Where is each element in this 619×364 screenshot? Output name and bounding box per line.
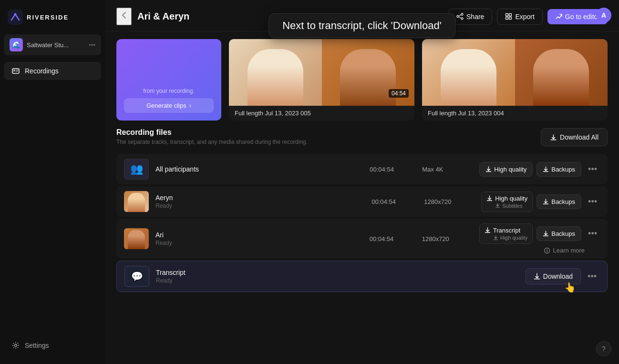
- share-label: Share: [466, 13, 484, 20]
- svg-rect-12: [506, 14, 508, 16]
- help-button[interactable]: ?: [596, 341, 611, 356]
- more-actions-aeryn[interactable]: •••: [585, 195, 600, 209]
- file-row-transcript: 💬 Transcript Ready Download 👆: [116, 261, 608, 292]
- svg-point-1: [14, 13, 17, 16]
- svg-point-6: [15, 344, 17, 347]
- svg-rect-0: [8, 10, 23, 25]
- sidebar: RIVERSIDE 🌊 Saltwater Stu... ••• Recordi…: [0, 0, 105, 364]
- file-name-aeryn: Aeryn: [155, 194, 371, 202]
- more-actions-all[interactable]: •••: [585, 162, 600, 176]
- file-name-all-participants: All participants: [155, 165, 370, 173]
- transcript-bubble-icon: 💬: [131, 271, 143, 282]
- download-label-transcript: Download: [543, 273, 573, 280]
- svg-rect-13: [509, 14, 512, 16]
- download-all-icon: [550, 134, 557, 141]
- file-info-ari: Ari Ready: [155, 231, 370, 246]
- high-quality-label-aeryn: High quality: [495, 195, 527, 202]
- generate-label: from your recording.: [143, 88, 194, 94]
- export-button[interactable]: Export: [497, 9, 542, 25]
- duration-aeryn: 00:04:54: [371, 198, 405, 205]
- svg-point-7: [461, 13, 463, 15]
- file-status-transcript: Ready: [156, 277, 526, 284]
- thumbnail-label-005: Full length Jul 13, 2023 005: [229, 106, 414, 121]
- workspace-avatar: 🌊: [10, 38, 23, 51]
- download-icon-aeryn: [486, 195, 493, 202]
- resolution-ari: 1280x720: [422, 235, 460, 243]
- logo: RIVERSIDE: [0, 6, 105, 32]
- workspace-name: Saltwater Stu...: [27, 41, 85, 49]
- settings-label: Settings: [25, 342, 49, 349]
- subtitles-label-aeryn: Subtitles: [502, 203, 522, 209]
- backups-button-ari[interactable]: Backups: [536, 226, 581, 241]
- high-quality-button-all[interactable]: High quality: [479, 162, 533, 177]
- user-avatar: A: [596, 8, 611, 23]
- backups-label-ari: Backups: [551, 230, 575, 237]
- generate-clips-card[interactable]: from your recording. Generate clips ›: [116, 39, 221, 121]
- thumb-aeryn: [124, 191, 149, 212]
- workspace-more-icon: •••: [89, 41, 95, 49]
- files-section-subtitle: The separate tracks, transcript, and any…: [116, 139, 308, 145]
- backups-label-all: Backups: [551, 166, 575, 173]
- svg-point-27: [547, 249, 547, 249]
- download-all-label: Download All: [560, 133, 598, 141]
- high-quality-subtitles-button-aeryn[interactable]: High quality Subtitles: [481, 192, 533, 212]
- file-info-all-participants: All participants: [155, 165, 370, 173]
- high-quality-sub-label-ari: High quality: [500, 235, 527, 241]
- settings-icon: [11, 341, 20, 350]
- generate-clips-button[interactable]: Generate clips ›: [124, 98, 214, 113]
- backups-icon: [543, 166, 549, 172]
- recording-files-section: Recording files The separate tracks, tra…: [105, 128, 619, 364]
- generate-clips-label: Generate clips: [146, 102, 186, 109]
- files-header: Recording files The separate tracks, tra…: [116, 128, 608, 146]
- chevron-right-icon: ›: [189, 102, 191, 109]
- file-info-aeryn: Aeryn Ready: [155, 194, 371, 209]
- duration-ari: 00:04:54: [370, 235, 403, 243]
- more-actions-transcript[interactable]: •••: [585, 270, 599, 283]
- sidebar-item-settings[interactable]: Settings: [4, 336, 101, 354]
- file-status-ari: Ready: [155, 240, 370, 246]
- svg-line-11: [459, 17, 461, 19]
- actions-ari: Transcript High quality: [479, 223, 600, 254]
- backups-button-all[interactable]: Backups: [536, 162, 581, 177]
- workspace-selector[interactable]: 🌊 Saltwater Stu... •••: [4, 34, 101, 55]
- logo-text: RIVERSIDE: [27, 14, 69, 21]
- learn-more-button-ari[interactable]: Learn more: [544, 247, 585, 254]
- svg-point-8: [457, 16, 459, 18]
- share-icon: [456, 13, 464, 20]
- thumbnail-005[interactable]: 04:54 Full length Jul 13, 2023 005: [229, 39, 414, 121]
- file-name-transcript: Transcript: [156, 269, 526, 276]
- back-button[interactable]: [116, 8, 132, 25]
- header-actions: Share Export Go to editor: [448, 9, 608, 25]
- backups-icon-ari: [543, 231, 549, 237]
- transcript-quality-button-ari[interactable]: Transcript High quality: [479, 223, 533, 244]
- riverside-logo-icon: [8, 10, 23, 25]
- tooltip-banner: Next to transcript, click 'Download': [268, 13, 455, 38]
- backups-button-aeryn[interactable]: Backups: [536, 194, 581, 209]
- svg-rect-15: [509, 17, 512, 20]
- transcript-label-ari: Transcript: [493, 227, 520, 234]
- transcript-icon-ari: [485, 227, 491, 233]
- help-icon: ?: [602, 345, 606, 353]
- recordings-icon: [11, 67, 20, 75]
- file-row-all-participants: 👥 All participants 00:04:54 Max 4K High …: [116, 154, 608, 184]
- backups-label-aeryn: Backups: [551, 198, 575, 205]
- files-section-title: Recording files: [116, 128, 308, 137]
- more-actions-ari[interactable]: •••: [585, 227, 600, 241]
- thumbnails-row: from your recording. Generate clips › 04…: [105, 31, 619, 128]
- export-label: Export: [515, 13, 534, 20]
- thumbnail-label-004: Full length Jul 13, 2023 004: [422, 106, 608, 121]
- tooltip-text: Next to transcript, click 'Download': [282, 20, 442, 31]
- editor-icon: [555, 13, 562, 20]
- thumbnail-004[interactable]: Full length Jul 13, 2023 004: [422, 39, 608, 121]
- duration-all-participants: 00:04:54: [370, 166, 403, 173]
- sidebar-item-recordings[interactable]: Recordings: [4, 62, 101, 80]
- download-button-transcript[interactable]: Download: [526, 268, 581, 284]
- main-content: Next to transcript, click 'Download' A A…: [105, 0, 619, 364]
- thumb-all-participants: 👥: [124, 159, 149, 180]
- thumb-transcript: 💬: [124, 266, 149, 287]
- svg-rect-14: [506, 17, 508, 20]
- high-quality-sub-icon: [493, 235, 498, 241]
- download-all-button[interactable]: Download All: [541, 128, 608, 146]
- resolution-all-participants: Max 4K: [422, 166, 460, 173]
- file-name-ari: Ari: [155, 231, 370, 239]
